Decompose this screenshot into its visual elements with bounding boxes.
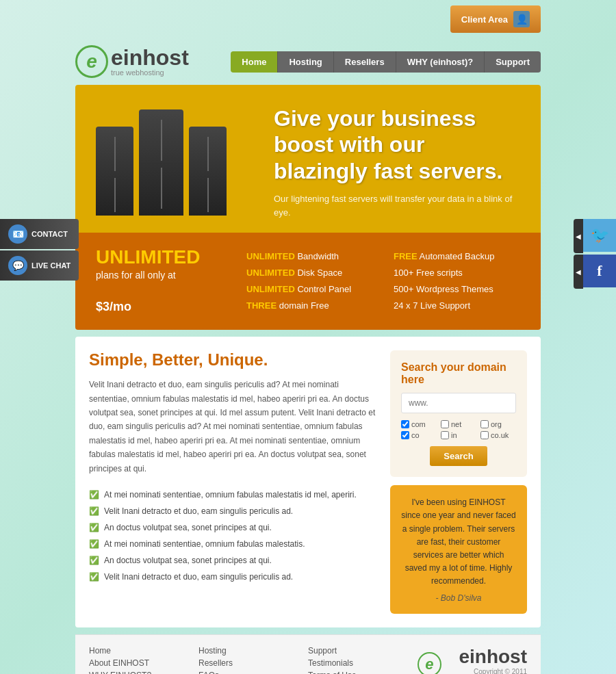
domain-check-co[interactable]: co bbox=[401, 431, 437, 439]
footer-about[interactable]: About EINHOST bbox=[89, 658, 198, 668]
plans-unlimited: UNLIMITED bbox=[96, 246, 233, 268]
facebook-arrow: ◀ bbox=[574, 255, 583, 289]
footer-col-3: Support Testimonials Terms of Use bbox=[308, 646, 418, 674]
domain-search-input[interactable] bbox=[401, 393, 516, 413]
logo-name: einhost bbox=[111, 47, 189, 68]
plans-price: UNLIMITED plans for all only at $3/mo bbox=[96, 246, 233, 316]
plans-per: /mo bbox=[110, 300, 131, 313]
footer-hosting[interactable]: Hosting bbox=[198, 646, 308, 656]
checkbox-in[interactable] bbox=[441, 431, 449, 439]
feature-3: UNLIMITED Disk Space bbox=[246, 267, 373, 279]
server-line-4 bbox=[161, 168, 162, 209]
domain-check-net[interactable]: net bbox=[441, 420, 476, 428]
search-button[interactable]: Search bbox=[430, 446, 487, 466]
checkbox-net[interactable] bbox=[441, 420, 449, 428]
server-line-1 bbox=[114, 137, 116, 171]
plans-section: UNLIMITED plans for all only at $3/mo UN… bbox=[75, 233, 541, 330]
livechat-label: LIVE CHAT bbox=[31, 261, 70, 270]
nav-resellers[interactable]: Resellers bbox=[334, 51, 396, 73]
checkbox-couk[interactable] bbox=[480, 431, 489, 439]
footer-why[interactable]: WHY EINHOST? bbox=[89, 671, 198, 674]
section-body: Velit Inani detracto et duo, eam singuli… bbox=[89, 378, 376, 476]
plans-features: UNLIMITED Bandwidth FREE Automated Backu… bbox=[246, 246, 520, 316]
footer-copyright: Copyright © 2011 EINHOST bbox=[446, 668, 527, 674]
left-column: Simple, Better, Unique. Velit Inani detr… bbox=[89, 350, 376, 614]
domain-search-title: Search your domain here bbox=[401, 361, 516, 386]
livechat-icon: 💬 bbox=[8, 256, 27, 275]
logo-letter: e bbox=[86, 51, 97, 73]
client-area-button[interactable]: Client Area 👤 bbox=[450, 5, 541, 33]
domain-check-couk[interactable]: co.uk bbox=[480, 431, 516, 439]
domain-check-com[interactable]: com bbox=[401, 420, 437, 428]
feature-1: UNLIMITED Bandwidth bbox=[246, 250, 373, 263]
contact-label: CONTACT bbox=[31, 230, 68, 238]
server-line-6 bbox=[207, 178, 209, 212]
nav-why[interactable]: WHY (einhost)? bbox=[396, 51, 485, 73]
page-wrapper: Client Area 👤 e einhost true webhosting … bbox=[75, 0, 541, 674]
testimonial-author: - Bob D'silva bbox=[401, 593, 516, 603]
footer-logo-name: einhost bbox=[446, 646, 527, 668]
plans-price-value: $3 bbox=[96, 300, 110, 313]
footer-logo-wrap: e einhost Copyright © 2011 EINHOST bbox=[418, 646, 527, 674]
domain-checkboxes: com net org co in bbox=[401, 420, 516, 439]
twitter-button[interactable]: 🐦 bbox=[583, 219, 616, 252]
main-content-area: Simple, Better, Unique. Velit Inani detr… bbox=[75, 337, 541, 627]
livechat-button[interactable]: 💬 LIVE CHAT bbox=[0, 250, 79, 281]
side-left-buttons: 📧 CONTACT 💬 LIVE CHAT bbox=[0, 219, 79, 282]
content-columns: Simple, Better, Unique. Velit Inani detr… bbox=[89, 350, 527, 614]
twitter-arrow: ◀ bbox=[574, 219, 583, 253]
nav-home[interactable]: Home bbox=[231, 51, 278, 73]
nav-hosting[interactable]: Hosting bbox=[278, 51, 333, 73]
feature-5: UNLIMITED Control Panel bbox=[246, 283, 373, 296]
feature-2: FREE Automated Backup bbox=[394, 250, 520, 263]
nav-support[interactable]: Support bbox=[485, 51, 541, 73]
feature-8: 24 x 7 Live Support bbox=[394, 300, 520, 312]
testimonial-text: I've been using EINHOST since one year a… bbox=[401, 496, 516, 588]
facebook-button[interactable]: f bbox=[583, 255, 616, 287]
server-line-2 bbox=[114, 178, 116, 212]
domain-check-org[interactable]: org bbox=[480, 420, 516, 428]
footer-faqs[interactable]: FAQs bbox=[198, 671, 308, 674]
footer-logo-circle: e bbox=[418, 652, 441, 674]
bullet-1: At mei nominati sententiae, omnium fabul… bbox=[89, 487, 376, 503]
logo: e einhost true webhosting bbox=[75, 45, 189, 78]
checkbox-co[interactable] bbox=[401, 431, 409, 439]
server-line-5 bbox=[207, 137, 209, 171]
feature-7: THREE domain Free bbox=[246, 300, 373, 312]
hero-title: Give your business boost with our blazin… bbox=[274, 105, 520, 184]
header: e einhost true webhosting Home Hosting R… bbox=[75, 38, 541, 85]
bullet-5: An doctus volutpat sea, sonet principes … bbox=[89, 552, 376, 569]
checkbox-com[interactable] bbox=[401, 420, 409, 428]
right-column: Search your domain here com net org bbox=[390, 350, 527, 614]
contact-button[interactable]: 📧 CONTACT bbox=[0, 219, 79, 249]
logo-circle: e bbox=[75, 45, 108, 78]
plans-amount: $3/mo bbox=[96, 282, 233, 316]
contact-icon: 📧 bbox=[8, 224, 27, 244]
footer: Home About EINHOST WHY EINHOST? Hosting … bbox=[75, 634, 541, 674]
server-2 bbox=[139, 109, 183, 216]
footer-support[interactable]: Support bbox=[308, 646, 418, 656]
footer-col-2: Hosting Resellers FAQs bbox=[198, 646, 308, 674]
checkbox-org[interactable] bbox=[480, 420, 489, 428]
bullet-3: An doctus volutpat sea, sonet principes … bbox=[89, 519, 376, 536]
footer-logo-text-wrap: einhost Copyright © 2011 EINHOST bbox=[446, 646, 527, 674]
domain-check-in[interactable]: in bbox=[441, 431, 476, 439]
logo-area: e einhost true webhosting bbox=[75, 45, 189, 78]
footer-resellers[interactable]: Resellers bbox=[198, 658, 308, 668]
client-area-icon: 👤 bbox=[513, 11, 530, 27]
footer-testimonials[interactable]: Testimonials bbox=[308, 658, 418, 668]
footer-home[interactable]: Home bbox=[89, 646, 198, 656]
hero-subtitle: Our lightening fast servers will transfe… bbox=[274, 192, 520, 219]
feature-6: 500+ Wordpress Themes bbox=[394, 283, 520, 296]
hero-banner: Give your business boost with our blazin… bbox=[75, 85, 541, 233]
logo-text-group: einhost true webhosting bbox=[111, 47, 189, 77]
plans-for: plans for all only at bbox=[96, 270, 233, 281]
side-right-social: ◀ 🐦 ◀ f bbox=[574, 219, 616, 289]
testimonial-box: I've been using EINHOST since one year a… bbox=[390, 485, 527, 614]
bullet-4: At mei nominati sententiae, omnium fabul… bbox=[89, 536, 376, 552]
server-line-3 bbox=[161, 120, 162, 161]
footer-col-1: Home About EINHOST WHY EINHOST? bbox=[89, 646, 198, 674]
feature-4: 100+ Free scripts bbox=[394, 267, 520, 279]
server-3 bbox=[189, 127, 227, 216]
footer-terms[interactable]: Terms of Use bbox=[308, 671, 418, 674]
